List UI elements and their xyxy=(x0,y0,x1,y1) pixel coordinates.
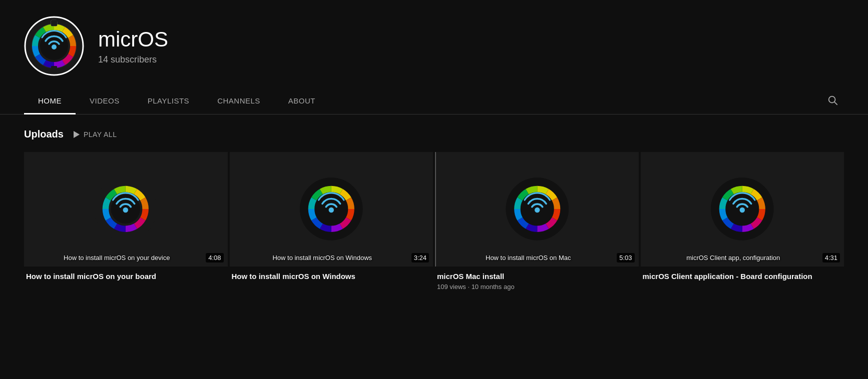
play-icon xyxy=(74,131,80,138)
video-card-4[interactable]: micrOS Client app, configuration 4:31 mi… xyxy=(641,152,844,292)
video-title-3: micrOS Mac install xyxy=(437,272,637,282)
tab-home[interactable]: HOME xyxy=(24,88,76,114)
video-info-1: How to install micrOS on your board xyxy=(24,266,228,286)
video-duration-2: 3:24 xyxy=(411,253,429,262)
tab-playlists[interactable]: PLAYLISTS xyxy=(134,88,203,114)
video-duration-1: 4:08 xyxy=(206,253,223,262)
video-thumbnail-1: How to install micrOS on your device 4:0… xyxy=(24,152,228,266)
channel-avatar[interactable] xyxy=(24,16,84,76)
svg-point-21 xyxy=(329,208,334,212)
video-overlay-2: How to install micrOS on Windows xyxy=(236,254,409,262)
video-title-2: How to install micrOS on Windows xyxy=(232,272,431,282)
video-thumbnail-2: How to install micrOS on Windows 3:24 xyxy=(230,152,433,266)
video-thumbnail-3: How to install micrOS on Mac 5:03 xyxy=(435,152,639,266)
channel-info: micrOS 14 subscribers xyxy=(98,28,168,65)
video-card-3[interactable]: How to install micrOS on Mac 5:03 micrOS… xyxy=(435,152,639,292)
video-info-3: micrOS Mac install 109 views · 10 months… xyxy=(435,266,639,293)
svg-line-15 xyxy=(834,102,837,104)
video-thumbnail-4: micrOS Client app, configuration 4:31 xyxy=(641,152,844,266)
video-meta-3: 109 views · 10 months ago xyxy=(437,283,637,290)
svg-rect-7 xyxy=(51,66,57,72)
search-icon[interactable] xyxy=(821,88,844,114)
tab-videos[interactable]: VIDEOS xyxy=(76,88,134,114)
video-overlay-3: How to install micrOS on Mac xyxy=(442,254,615,262)
svg-point-12 xyxy=(52,44,57,50)
channel-nav: HOME VIDEOS PLAYLISTS CHANNELS ABOUT xyxy=(0,88,868,114)
video-title-4: micrOS Client application - Board config… xyxy=(643,272,842,282)
video-card-1[interactable]: How to install micrOS on your device 4:0… xyxy=(24,152,228,292)
svg-point-18 xyxy=(123,208,128,212)
play-all-label: PLAY ALL xyxy=(84,130,117,138)
svg-point-27 xyxy=(740,208,745,212)
tab-channels[interactable]: CHANNELS xyxy=(203,88,274,114)
video-card-2[interactable]: How to install micrOS on Windows 3:24 Ho… xyxy=(230,152,433,292)
uploads-section: Uploads PLAY ALL xyxy=(0,114,868,292)
video-duration-3: 5:03 xyxy=(617,253,634,262)
video-overlay-1: How to install micrOS on your device xyxy=(30,254,204,262)
tab-about[interactable]: ABOUT xyxy=(274,88,329,114)
video-duration-4: 4:31 xyxy=(822,253,840,262)
video-info-4: micrOS Client application - Board config… xyxy=(641,266,844,286)
video-overlay-4: micrOS Client app, configuration xyxy=(647,254,820,262)
uploads-header: Uploads PLAY ALL xyxy=(24,128,844,140)
svg-point-24 xyxy=(535,208,540,212)
play-all-button[interactable]: PLAY ALL xyxy=(74,130,117,138)
channel-subscribers: 14 subscribers xyxy=(98,54,168,65)
channel-header: micrOS 14 subscribers xyxy=(0,0,868,88)
svg-rect-9 xyxy=(51,20,57,26)
uploads-title: Uploads xyxy=(24,128,64,140)
video-title-1: How to install micrOS on your board xyxy=(26,272,226,282)
video-grid: How to install micrOS on your device 4:0… xyxy=(24,152,844,292)
video-info-2: How to install micrOS on Windows xyxy=(230,266,433,286)
channel-name: micrOS xyxy=(98,28,168,52)
